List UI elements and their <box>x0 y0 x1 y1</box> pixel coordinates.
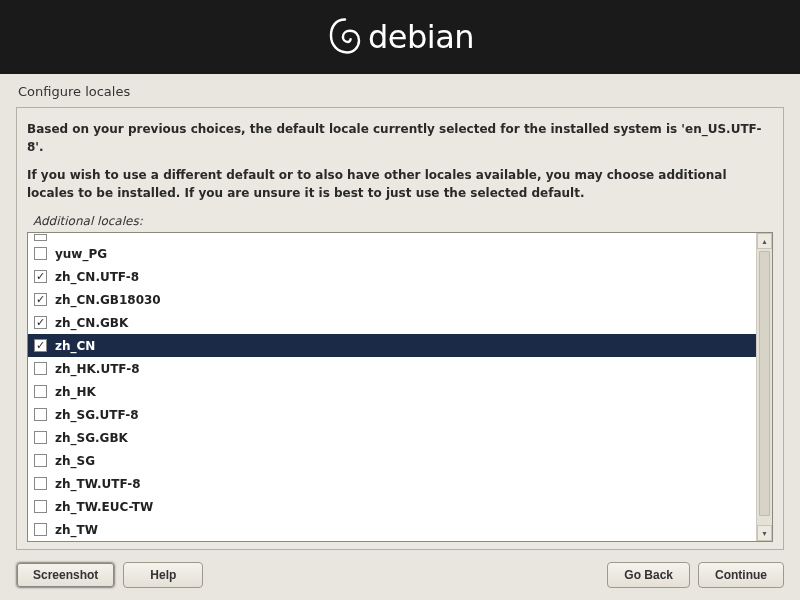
list-item[interactable]: zh_TW <box>28 518 756 541</box>
list-item[interactable]: zh_TW.EUC-TW <box>28 495 756 518</box>
debian-logo: debian <box>326 16 474 58</box>
main-panel: Based on your previous choices, the defa… <box>16 107 784 550</box>
screenshot-button[interactable]: Screenshot <box>16 562 115 588</box>
locale-list[interactable]: yuw_PGzh_CN.UTF-8zh_CN.GB18030zh_CN.GBKz… <box>28 233 756 541</box>
list-item[interactable]: zh_CN.UTF-8 <box>28 265 756 288</box>
go-back-button[interactable]: Go Back <box>607 562 690 588</box>
locale-label: zh_CN.UTF-8 <box>55 270 139 284</box>
description-line-1: Based on your previous choices, the defa… <box>27 120 773 156</box>
list-item[interactable] <box>28 233 756 242</box>
locale-label: zh_HK <box>55 385 96 399</box>
list-item[interactable]: zh_TW.UTF-8 <box>28 472 756 495</box>
scroll-up-button[interactable]: ▴ <box>757 233 772 249</box>
locale-label: zh_CN <box>55 339 95 353</box>
list-item[interactable]: zh_HK.UTF-8 <box>28 357 756 380</box>
list-item[interactable]: zh_SG.GBK <box>28 426 756 449</box>
checkbox-icon[interactable] <box>34 234 47 241</box>
checkbox-icon[interactable] <box>34 385 47 398</box>
list-item[interactable]: yuw_PG <box>28 242 756 265</box>
help-button[interactable]: Help <box>123 562 203 588</box>
description-text: Based on your previous choices, the defa… <box>27 120 773 212</box>
locale-label: yuw_PG <box>55 247 107 261</box>
checkbox-icon[interactable] <box>34 247 47 260</box>
checkbox-icon[interactable] <box>34 362 47 375</box>
scroll-thumb[interactable] <box>759 251 770 516</box>
button-bar: Screenshot Help Go Back Continue <box>0 550 800 588</box>
list-item[interactable]: zh_SG <box>28 449 756 472</box>
checkbox-icon[interactable] <box>34 523 47 536</box>
description-line-2: If you wish to use a different default o… <box>27 166 773 202</box>
checkbox-icon[interactable] <box>34 270 47 283</box>
list-item[interactable]: zh_CN.GB18030 <box>28 288 756 311</box>
checkbox-icon[interactable] <box>34 454 47 467</box>
locale-label: zh_SG <box>55 454 95 468</box>
locale-label: zh_HK.UTF-8 <box>55 362 140 376</box>
checkbox-icon[interactable] <box>34 293 47 306</box>
locale-label: zh_TW.UTF-8 <box>55 477 141 491</box>
locale-label: zh_TW.EUC-TW <box>55 500 153 514</box>
installer-header: debian <box>0 0 800 74</box>
locale-list-container: yuw_PGzh_CN.UTF-8zh_CN.GB18030zh_CN.GBKz… <box>27 232 773 542</box>
locale-label: zh_SG.GBK <box>55 431 128 445</box>
list-item[interactable]: zh_CN.GBK <box>28 311 756 334</box>
checkbox-icon[interactable] <box>34 431 47 444</box>
page-title: Configure locales <box>0 74 800 107</box>
list-label: Additional locales: <box>27 212 773 230</box>
checkbox-icon[interactable] <box>34 408 47 421</box>
locale-label: zh_CN.GBK <box>55 316 128 330</box>
list-item[interactable]: zh_CN <box>28 334 756 357</box>
continue-button[interactable]: Continue <box>698 562 784 588</box>
brand-text: debian <box>368 18 474 56</box>
locale-label: zh_CN.GB18030 <box>55 293 161 307</box>
locale-label: zh_TW <box>55 523 98 537</box>
list-item[interactable]: zh_HK <box>28 380 756 403</box>
scroll-down-button[interactable]: ▾ <box>757 525 772 541</box>
debian-swirl-icon <box>326 16 364 58</box>
checkbox-icon[interactable] <box>34 316 47 329</box>
list-item[interactable]: zh_SG.UTF-8 <box>28 403 756 426</box>
scrollbar[interactable]: ▴ ▾ <box>756 233 772 541</box>
checkbox-icon[interactable] <box>34 500 47 513</box>
locale-label: zh_SG.UTF-8 <box>55 408 139 422</box>
checkbox-icon[interactable] <box>34 477 47 490</box>
checkbox-icon[interactable] <box>34 339 47 352</box>
